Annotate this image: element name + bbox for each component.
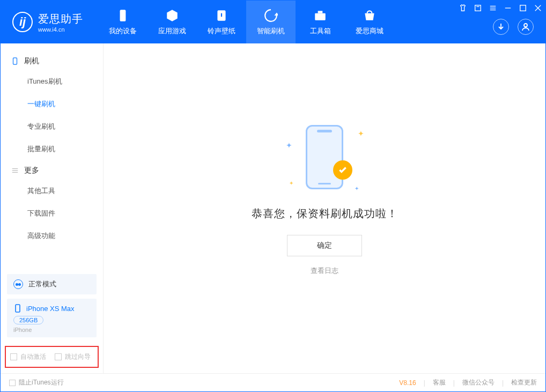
refresh-icon	[263, 8, 278, 23]
sparkle-icon: ✦	[289, 180, 293, 186]
window-controls	[459, 4, 542, 12]
app-name-cn: 爱思助手	[38, 12, 83, 26]
sidebar-status[interactable]: 正常模式	[7, 274, 97, 294]
nav-label: 我的设备	[109, 26, 137, 36]
shirt-icon[interactable]	[459, 4, 467, 12]
phone-icon	[306, 125, 343, 189]
sidebar-item-other-tools[interactable]: 其他工具	[1, 180, 103, 202]
svg-rect-14	[13, 58, 17, 64]
app-name-en: www.i4.cn	[38, 26, 83, 33]
minimize-icon[interactable]	[504, 4, 512, 12]
device-name: iPhone XS Max	[26, 305, 75, 313]
nav-apps-games[interactable]: 应用游戏	[147, 1, 197, 43]
phone-icon	[13, 304, 22, 313]
maximize-icon[interactable]	[519, 4, 527, 12]
statusbar: 阻止iTunes运行 V8.16 | 客服 | 微信公众号 | 检查更新	[1, 373, 545, 391]
logo: ij 爱思助手 www.i4.cn	[1, 1, 93, 43]
content-area: ✦ ✦ ✦ ✦ 恭喜您，保资料刷机成功啦！ 确定 查看日志	[104, 43, 545, 373]
cube-icon	[165, 8, 180, 23]
checkbox-icon	[55, 353, 62, 360]
sidebar-item-itunes-flash[interactable]: iTunes刷机	[1, 70, 103, 93]
titlebar: ij 爱思助手 www.i4.cn 我的设备 应用游戏 铃声壁纸 智能刷机	[1, 1, 545, 43]
note-icon[interactable]	[474, 4, 482, 12]
support-link[interactable]: 客服	[433, 378, 446, 387]
main-nav: 我的设备 应用游戏 铃声壁纸 智能刷机 工具箱 爱思商城	[98, 1, 394, 43]
sidebar-item-batch-flash[interactable]: 批量刷机	[1, 138, 103, 160]
app-window: ij 爱思助手 www.i4.cn 我的设备 应用游戏 铃声壁纸 智能刷机	[0, 0, 546, 392]
svg-rect-10	[520, 5, 526, 11]
sidebar-item-advanced[interactable]: 高级功能	[1, 225, 103, 247]
device-icon	[115, 8, 130, 23]
list-icon	[11, 167, 19, 174]
separator: |	[502, 379, 504, 387]
sidebar-group-more: 更多	[1, 160, 103, 180]
sidebar-item-download-firmware[interactable]: 下载固件	[1, 202, 103, 225]
sidebar-item-oneclick-flash[interactable]: 一键刷机	[1, 93, 103, 115]
checkbox-icon	[9, 380, 16, 386]
nav-label: 爱思商城	[356, 26, 383, 36]
music-icon	[214, 8, 229, 23]
svg-point-13	[524, 24, 527, 27]
check-badge-icon	[333, 160, 352, 180]
svg-rect-2	[315, 13, 326, 20]
device-type: iPhone	[13, 327, 90, 333]
status-icon	[13, 279, 23, 289]
phone-icon	[11, 57, 19, 65]
status-label: 正常模式	[28, 279, 56, 289]
nav-label: 智能刷机	[257, 26, 285, 36]
nav-store[interactable]: 爱思商城	[345, 1, 394, 43]
sidebar-group-flash: 刷机	[1, 51, 103, 70]
sidebar-options-highlighted: 自动激活 跳过向导	[5, 346, 99, 368]
nav-ringtone-wallpaper[interactable]: 铃声壁纸	[197, 1, 246, 43]
version-label: V8.16	[399, 379, 416, 387]
store-icon	[362, 8, 377, 23]
sidebar-device[interactable]: iPhone XS Max 256GB iPhone	[7, 299, 97, 337]
svg-rect-18	[16, 305, 20, 312]
header-right-icons	[493, 19, 534, 35]
nav-label: 铃声壁纸	[208, 26, 235, 36]
user-button[interactable]	[518, 19, 534, 35]
sidebar-item-pro-flash[interactable]: 专业刷机	[1, 115, 103, 138]
checkbox-auto-activate[interactable]: 自动激活	[10, 352, 46, 361]
nav-my-device[interactable]: 我的设备	[98, 1, 147, 43]
close-icon[interactable]	[534, 4, 542, 12]
wechat-link[interactable]: 微信公众号	[462, 378, 495, 387]
sparkle-icon: ✦	[286, 141, 292, 150]
success-text: 恭喜您，保资料刷机成功啦！	[252, 206, 398, 221]
success-graphic: ✦ ✦ ✦ ✦	[282, 120, 367, 195]
separator: |	[453, 379, 455, 387]
checkbox-skip-guide[interactable]: 跳过向导	[55, 352, 91, 361]
separator: |	[424, 379, 425, 387]
sidebar-scroll: 刷机 iTunes刷机 一键刷机 专业刷机 批量刷机 更多 其他工具 下载固件 …	[1, 43, 103, 270]
sparkle-icon: ✦	[358, 129, 364, 138]
logo-text: 爱思助手 www.i4.cn	[38, 12, 83, 33]
checkbox-label: 跳过向导	[65, 352, 91, 361]
download-button[interactable]	[493, 19, 509, 35]
svg-rect-3	[318, 11, 323, 13]
nav-smart-flash[interactable]: 智能刷机	[246, 1, 296, 43]
group-label: 刷机	[24, 56, 39, 66]
sparkle-icon: ✦	[355, 186, 359, 191]
checkbox-icon	[10, 353, 17, 360]
checkbox-block-itunes[interactable]: 阻止iTunes运行	[9, 378, 64, 387]
check-update-link[interactable]: 检查更新	[511, 378, 537, 387]
logo-icon: ij	[12, 12, 33, 32]
view-log-link[interactable]: 查看日志	[311, 266, 338, 276]
nav-label: 工具箱	[310, 26, 331, 36]
svg-rect-4	[475, 5, 481, 11]
toolbox-icon	[313, 8, 328, 23]
nav-label: 应用游戏	[158, 26, 186, 36]
body: 刷机 iTunes刷机 一键刷机 专业刷机 批量刷机 更多 其他工具 下载固件 …	[1, 43, 545, 373]
svg-rect-0	[120, 10, 126, 21]
device-capacity: 256GB	[13, 316, 43, 324]
sidebar: 刷机 iTunes刷机 一键刷机 专业刷机 批量刷机 更多 其他工具 下载固件 …	[1, 43, 104, 373]
checkbox-label: 自动激活	[20, 352, 46, 361]
checkbox-label: 阻止iTunes运行	[19, 378, 64, 387]
nav-toolbox[interactable]: 工具箱	[296, 1, 345, 43]
ok-button[interactable]: 确定	[287, 235, 362, 256]
success-panel: ✦ ✦ ✦ ✦ 恭喜您，保资料刷机成功啦！ 确定 查看日志	[252, 120, 398, 276]
group-label: 更多	[24, 166, 39, 175]
menu-icon[interactable]	[489, 4, 497, 12]
